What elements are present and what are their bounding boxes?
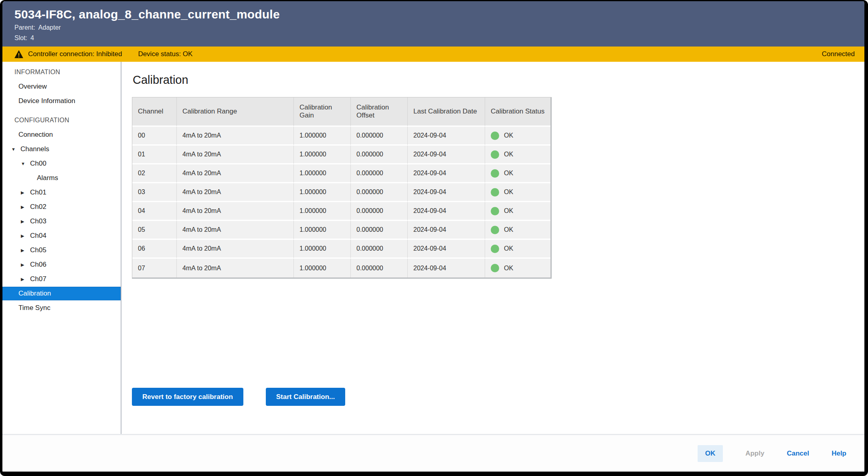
date-cell: 2024-09-04 — [408, 240, 485, 259]
slot-label: Slot: — [14, 34, 27, 41]
channel-cell: 07 — [132, 259, 177, 277]
offset-cell: 0.000000 — [351, 240, 408, 259]
range-cell: 4mA to 20mA — [177, 183, 294, 202]
range-cell: 4mA to 20mA — [177, 146, 294, 164]
chevron-right-icon[interactable]: ▶ — [21, 272, 30, 286]
channel-cell: 06 — [132, 240, 177, 259]
chevron-right-icon[interactable]: ▶ — [21, 257, 30, 272]
table-row: 06 4mA to 20mA 1.000000 0.000000 2024-09… — [132, 240, 550, 259]
chevron-right-icon[interactable]: ▶ — [21, 243, 30, 257]
sidebar-item-ch03[interactable]: ▶Ch03 — [2, 214, 121, 229]
parent-value: Adapter — [38, 24, 61, 31]
sidebar-item-label: Ch06 — [30, 261, 47, 268]
table-row: 03 4mA to 20mA 1.000000 0.000000 2024-09… — [132, 183, 550, 202]
status-ok-icon — [491, 132, 499, 140]
sidebar-item-connection[interactable]: Connection — [2, 128, 121, 142]
controller-connection-status: Controller connection: Inhibited — [28, 50, 122, 58]
parent-label: Parent: — [14, 24, 35, 31]
section-header-configuration: CONFIGURATION — [2, 113, 121, 128]
sidebar-item-ch00[interactable]: ▼Ch00 — [2, 156, 121, 171]
date-cell: 2024-09-04 — [408, 146, 485, 164]
range-cell: 4mA to 20mA — [177, 221, 294, 240]
sidebar-item-ch05[interactable]: ▶Ch05 — [2, 243, 121, 257]
device-title: 5034-IF8C, analog_8_channe_current_modul… — [14, 7, 864, 22]
status-ok-icon — [491, 226, 499, 234]
offset-cell: 0.000000 — [351, 221, 408, 240]
table-row: 05 4mA to 20mA 1.000000 0.000000 2024-09… — [132, 221, 550, 240]
gain-cell: 1.000000 — [294, 240, 351, 259]
warning-icon — [14, 50, 23, 58]
help-button[interactable]: Help — [832, 450, 846, 458]
status-ok-icon — [491, 150, 499, 159]
date-cell: 2024-09-04 — [408, 183, 485, 202]
sidebar-item-ch07[interactable]: ▶Ch07 — [2, 272, 121, 286]
col-header-calibration-status: Calibration Status — [485, 97, 550, 127]
offset-cell: 0.000000 — [351, 164, 408, 183]
channel-cell: 02 — [132, 164, 177, 183]
channel-cell: 00 — [132, 127, 177, 146]
offset-cell: 0.000000 — [351, 259, 408, 277]
revert-to-factory-calibration-button[interactable]: Revert to factory calibration — [132, 388, 243, 406]
sidebar-item-ch04[interactable]: ▶Ch04 — [2, 229, 121, 243]
sidebar-item-label: Ch07 — [30, 275, 47, 283]
col-header-calibration-range: Calibration Range — [177, 97, 294, 127]
window-body: INFORMATION Overview Device Information … — [2, 62, 864, 434]
channel-cell: 01 — [132, 146, 177, 164]
gain-cell: 1.000000 — [294, 221, 351, 240]
device-status: Device status: OK — [138, 50, 192, 58]
navigation-sidebar: INFORMATION Overview Device Information … — [2, 62, 121, 434]
table-row: 07 4mA to 20mA 1.000000 0.000000 2024-09… — [132, 259, 550, 277]
sidebar-item-overview[interactable]: Overview — [2, 79, 121, 94]
status-label: OK — [504, 226, 513, 233]
start-calibration-button[interactable]: Start Calibration... — [266, 388, 345, 406]
gain-cell: 1.000000 — [294, 146, 351, 164]
table-row: 04 4mA to 20mA 1.000000 0.000000 2024-09… — [132, 202, 550, 221]
connection-state: Connected — [822, 50, 855, 58]
gain-cell: 1.000000 — [294, 164, 351, 183]
apply-button[interactable]: Apply — [745, 450, 764, 458]
status-label: OK — [504, 188, 513, 196]
sidebar-item-device-information[interactable]: Device Information — [2, 94, 121, 108]
gain-cell: 1.000000 — [294, 202, 351, 221]
gain-cell: 1.000000 — [294, 127, 351, 146]
status-ok-icon — [491, 207, 499, 215]
gain-cell: 1.000000 — [294, 183, 351, 202]
chevron-right-icon[interactable]: ▶ — [21, 229, 30, 243]
status-label: OK — [504, 265, 513, 272]
sidebar-item-label: Ch05 — [30, 246, 47, 254]
table-row: 00 4mA to 20mA 1.000000 0.000000 2024-09… — [132, 127, 550, 146]
sidebar-item-time-sync[interactable]: Time Sync — [2, 301, 121, 315]
status-cell: OK — [485, 146, 550, 164]
status-cell: OK — [485, 221, 550, 240]
sidebar-item-calibration[interactable]: Calibration — [2, 287, 121, 300]
gain-cell: 1.000000 — [294, 259, 351, 277]
channel-cell: 04 — [132, 202, 177, 221]
sidebar-item-ch06[interactable]: ▶Ch06 — [2, 257, 121, 272]
col-header-calibration-offset: Calibration Offset — [351, 97, 408, 127]
slot-row: Slot:4 — [14, 33, 864, 43]
device-profile-window: 5034-IF8C, analog_8_channe_current_modul… — [0, 0, 868, 476]
chevron-down-icon[interactable]: ▼ — [21, 156, 30, 171]
status-ok-icon — [491, 169, 499, 178]
status-cell: OK — [485, 164, 550, 183]
date-cell: 2024-09-04 — [408, 202, 485, 221]
sidebar-item-ch02[interactable]: ▶Ch02 — [2, 200, 121, 214]
chevron-down-icon[interactable]: ▼ — [11, 142, 20, 156]
chevron-right-icon[interactable]: ▶ — [21, 200, 30, 214]
col-header-channel: Channel — [132, 97, 177, 127]
range-cell: 4mA to 20mA — [177, 164, 294, 183]
status-cell: OK — [485, 183, 550, 202]
status-label: OK — [504, 207, 513, 215]
date-cell: 2024-09-04 — [408, 259, 485, 277]
action-button-row: Revert to factory calibration Start Cali… — [132, 388, 864, 406]
cancel-button[interactable]: Cancel — [787, 450, 809, 458]
parent-row: Parent:Adapter — [14, 23, 864, 32]
sidebar-item-alarms[interactable]: Alarms — [2, 171, 121, 185]
chevron-right-icon[interactable]: ▶ — [21, 185, 30, 200]
sidebar-item-channels[interactable]: ▼Channels — [2, 142, 121, 156]
sidebar-item-ch01[interactable]: ▶Ch01 — [2, 185, 121, 200]
chevron-right-icon[interactable]: ▶ — [21, 214, 30, 229]
date-cell: 2024-09-04 — [408, 127, 485, 146]
sidebar-item-label: Ch02 — [30, 203, 47, 211]
ok-button[interactable]: OK — [698, 445, 723, 462]
